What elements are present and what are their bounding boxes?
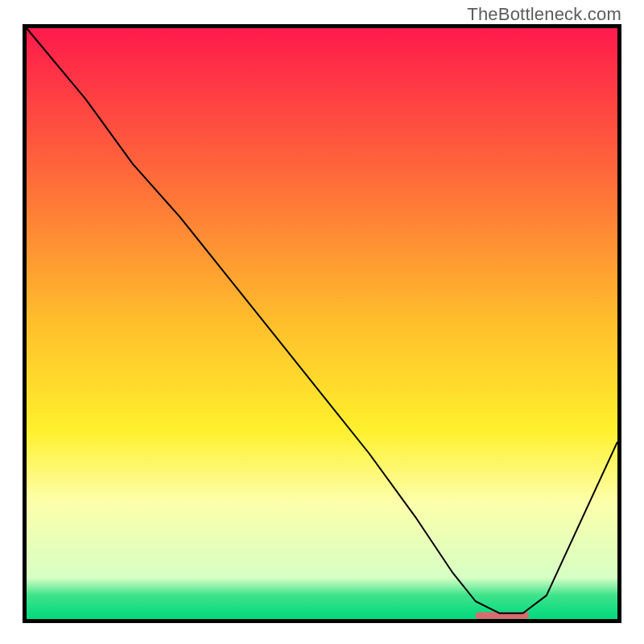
watermark-text: TheBottleneck.com: [467, 4, 621, 25]
chart-frame: [23, 24, 621, 623]
